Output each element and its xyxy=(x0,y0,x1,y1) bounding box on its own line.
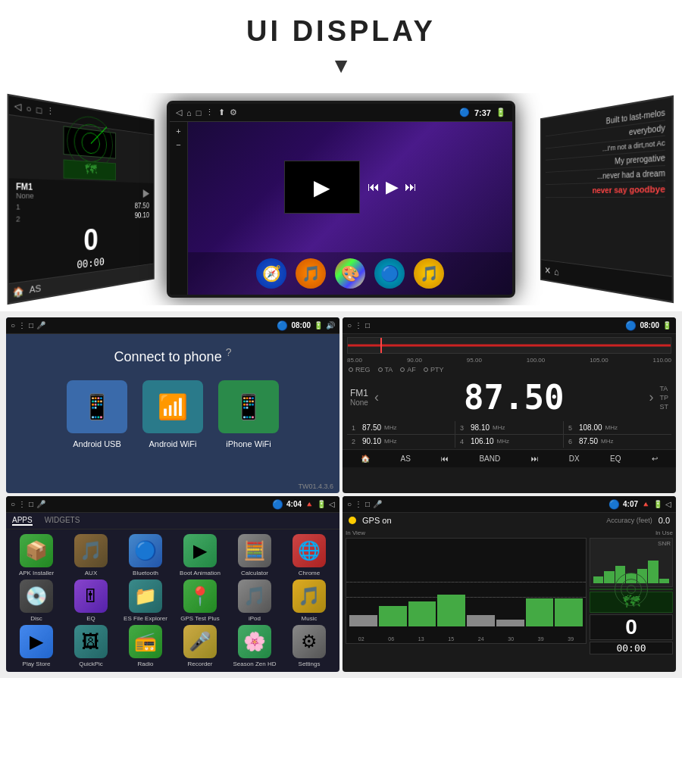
app-bluetooth[interactable]: 🔵 Bluetooth xyxy=(120,534,171,576)
app-recorder[interactable]: 🎤 Recorder xyxy=(174,625,226,667)
preset-2[interactable]: 290.10MHz xyxy=(347,435,455,448)
rbb-next[interactable]: ⏭ xyxy=(527,453,543,464)
app-apk-installer[interactable]: 📦 APK Installer xyxy=(11,534,62,576)
settings-icon[interactable]: ⚙ xyxy=(230,108,237,117)
app-season-zen[interactable]: 🌸 Season Zen HD xyxy=(229,625,280,667)
p3-menu-icon: ⋮ xyxy=(18,500,26,508)
in-use-label: In Use xyxy=(655,529,673,536)
status-right: 🔵 7:37 🔋 xyxy=(459,108,506,117)
lp-radar xyxy=(64,126,116,158)
vol-up-icon[interactable]: + xyxy=(176,127,180,136)
play-btn[interactable]: ▶ xyxy=(386,177,399,197)
app-calculator[interactable]: 🧮 Calculator xyxy=(229,534,280,576)
radio-opt-reg[interactable]: REG xyxy=(349,366,371,373)
rbb-band[interactable]: BAND xyxy=(474,453,505,464)
radio-opt-ta[interactable]: TA xyxy=(378,366,393,373)
app-es-file[interactable]: 📁 ES File Explorer xyxy=(120,579,171,622)
gps-chart: 02 06 13 15 24 30 39 39 xyxy=(346,538,587,644)
app-settings[interactable]: ⚙ Settings xyxy=(283,625,335,667)
app-music[interactable]: 🎵 Music xyxy=(283,579,335,622)
rbb-eq[interactable]: EQ xyxy=(605,453,625,464)
rbb-prev[interactable]: ⏮ xyxy=(436,453,453,464)
connect-android-wifi[interactable]: 📶 Android WiFi xyxy=(142,380,203,448)
radio-prev-arrow[interactable]: ‹ xyxy=(374,389,379,405)
lp-nav-icon3: □ xyxy=(36,105,42,115)
app-boot-animation[interactable]: ▶ Boot Animation xyxy=(174,534,226,576)
gps-radar-small xyxy=(590,589,673,590)
quickpic-label: QuickPic xyxy=(79,661,103,667)
gps-accuracy-val: 0.0 xyxy=(659,516,670,525)
map-icon: 🗺 xyxy=(85,162,97,179)
unit-status-bar: ◁ ⌂ □ ⋮ ⬆ ⚙ 🔵 7:37 🔋 xyxy=(170,104,512,122)
rbb-home[interactable]: 🏠 xyxy=(356,453,374,464)
panel-connect: ○ ⋮ □ 🎤 🔵 08:00 🔋 🔊 Connect to phone ? 📱… xyxy=(6,317,339,493)
recent-icon[interactable]: □ xyxy=(196,108,202,117)
gps-icon: 📍 xyxy=(183,579,217,613)
radio-main-display: FM1 None ‹ 87.50 › TA TP ST xyxy=(343,375,676,420)
app-playstore[interactable]: ▶ Play Store xyxy=(11,625,62,667)
bt-app-icon[interactable]: 🔵 xyxy=(374,258,405,289)
next-btn[interactable]: ⏭ xyxy=(405,180,417,194)
app-radio[interactable]: 📻 Radio xyxy=(120,625,171,667)
back-icon[interactable]: ◁ xyxy=(176,108,182,117)
preset-5[interactable]: 5108.00MHz xyxy=(564,421,671,434)
lp-nav-icon4: ⋮ xyxy=(46,105,55,117)
music-app-icon[interactable]: 🎵 xyxy=(296,258,326,289)
connect-android-usb[interactable]: 📱 Android USB xyxy=(67,380,127,448)
colorful-app-icon[interactable]: 🎨 xyxy=(335,258,365,289)
rp-content: Built to last-melos everybody I'm not a … xyxy=(541,98,671,205)
app-disc[interactable]: 💿 Disc xyxy=(11,579,62,622)
preset-1[interactable]: 187.50MHz xyxy=(347,421,455,434)
dot-af xyxy=(400,367,405,372)
left-panel: ◁ ○ □ ⋮ 🗺 FM1 None ▶ 1 xyxy=(8,94,155,305)
app-chrome[interactable]: 🌐 Chrome xyxy=(283,534,335,576)
radio-opt-af[interactable]: AF xyxy=(400,366,416,373)
radio-ta-tp-st: TA TP ST xyxy=(659,385,668,411)
app-gps-test[interactable]: 📍 GPS Test Plus xyxy=(174,579,226,622)
app-eq[interactable]: 🎚 EQ xyxy=(65,579,117,622)
preset-6[interactable]: 687.50MHz xyxy=(564,435,671,448)
preset-4[interactable]: 4106.10MHz xyxy=(455,435,563,448)
freq-90: 90.00 xyxy=(407,357,422,364)
tab-apps[interactable]: APPS xyxy=(12,516,33,526)
android-wifi-label: Android WiFi xyxy=(149,439,197,448)
snr-title: SNR xyxy=(592,540,671,547)
nav-app-icon[interactable]: 🧭 xyxy=(256,258,286,289)
rbb-dx[interactable]: DX xyxy=(565,453,584,464)
bar-5 xyxy=(467,615,495,626)
p3-extra-icon: ◁ xyxy=(329,500,335,508)
radio-next-arrow[interactable]: › xyxy=(649,389,653,405)
connect-iphone-wifi[interactable]: 📱 iPhone WiFi xyxy=(218,380,279,448)
menu-icon[interactable]: ⋮ xyxy=(205,108,214,117)
home-icon[interactable]: ⌂ xyxy=(186,108,192,117)
rp-shuffle-icon[interactable]: ✕ xyxy=(545,264,551,276)
bar-3 xyxy=(408,601,436,626)
app-aux[interactable]: 🎵 AUX xyxy=(65,534,117,576)
rbb-back[interactable]: ↩ xyxy=(647,453,662,464)
panel1-status-bar: ○ ⋮ □ 🎤 🔵 08:00 🔋 🔊 xyxy=(6,317,339,334)
p1-box-icon: □ xyxy=(29,321,33,330)
lp-home-icon[interactable]: 🏠 xyxy=(12,286,24,298)
app-ipod[interactable]: 🎵 iPod xyxy=(229,579,280,622)
p4-circle-icon: ○ xyxy=(347,500,352,508)
prev-btn[interactable]: ⏮ xyxy=(368,180,380,194)
connect-help-icon[interactable]: ? xyxy=(226,346,232,358)
notes-app-icon[interactable]: 🎵 xyxy=(414,258,444,289)
p2-menu-icon: ⋮ xyxy=(355,321,362,330)
snr-bar-7 xyxy=(659,579,669,583)
radio-icon: 📻 xyxy=(129,625,162,658)
p3-mic-icon: 🎤 xyxy=(36,500,45,508)
share-icon[interactable]: ⬆ xyxy=(218,108,225,117)
fm-label: FM1 xyxy=(16,182,34,192)
radio-opt-pty[interactable]: PTY xyxy=(424,366,444,373)
rbb-as[interactable]: AS xyxy=(396,453,415,464)
app-quickpic[interactable]: 🖼 QuickPic xyxy=(65,625,117,667)
vol-down-icon[interactable]: − xyxy=(176,140,180,149)
preset-val-1: 87.50 xyxy=(135,201,149,210)
bar-7 xyxy=(526,598,554,626)
preset-3[interactable]: 398.10MHz xyxy=(455,421,563,434)
p3-batt-icon: 🔺 xyxy=(305,500,314,508)
rp-home-icon[interactable]: ⌂ xyxy=(554,266,558,278)
android-wifi-icon-box: 📶 xyxy=(142,380,203,433)
tab-widgets[interactable]: WIDGETS xyxy=(45,516,80,526)
